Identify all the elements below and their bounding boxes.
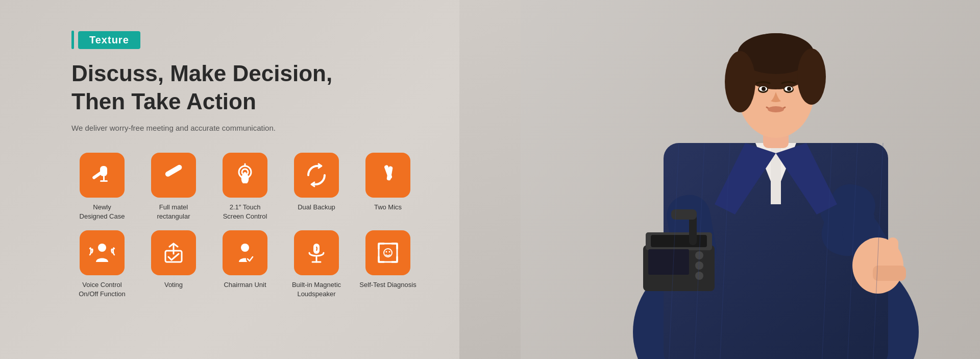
subtext: We deliver worry-free meeting and accura…: [71, 123, 419, 134]
headline-line1: Discuss, Make Decision,: [71, 61, 332, 86]
dual-backup-label: Dual Backup: [298, 203, 335, 212]
svg-point-13: [241, 244, 249, 252]
headline: Discuss, Make Decision, Then Take Action: [71, 59, 419, 115]
svg-rect-2: [103, 176, 105, 180]
dual-backup-icon-box: [294, 153, 339, 198]
full-matel-label: Full matelrectangular: [157, 203, 190, 221]
svg-rect-44: [887, 237, 898, 268]
chairman-icon: [232, 240, 258, 266]
voting-label: Voting: [164, 280, 183, 290]
speaker-icon: [303, 240, 330, 266]
right-image-area: [459, 0, 980, 359]
texture-badge-wrap: Texture: [71, 31, 419, 49]
voice-control-label: Voice ControlOn/Off Function: [79, 280, 126, 299]
svg-rect-49: [651, 235, 707, 247]
svg-rect-52: [648, 249, 689, 275]
svg-rect-7: [243, 172, 247, 178]
newly-designed-case-icon-box: [80, 153, 125, 198]
self-test-icon-box: [365, 230, 410, 275]
self-test-label: Self-Test Diagnosis: [359, 280, 416, 290]
feature-loudspeaker: Built-in MagneticLoudspeaker: [286, 230, 347, 299]
two-mics-icon-box: [365, 153, 410, 198]
voice-icon: [89, 240, 115, 266]
voting-icon-box: [151, 230, 196, 275]
svg-point-55: [695, 272, 703, 280]
headline-line2: Then Take Action: [71, 89, 256, 114]
svg-rect-3: [100, 180, 108, 182]
features-grid: NewlyDesigned Case Full matelrectangular: [71, 153, 419, 299]
voting-icon: [160, 240, 187, 266]
feature-voice-control: Voice ControlOn/Off Function: [71, 230, 133, 299]
person-area: [459, 0, 980, 359]
svg-rect-51: [671, 209, 697, 220]
page-wrapper: Texture Discuss, Make Decision, Then Tak…: [0, 0, 980, 359]
person-illustration: [521, 0, 980, 359]
touch-screen-icon-box: [223, 153, 267, 198]
feature-two-mics: Two Mics: [357, 153, 419, 221]
voice-control-icon-box: [80, 230, 125, 275]
loudspeaker-label: Built-in MagneticLoudspeaker: [292, 280, 341, 299]
svg-point-31: [725, 51, 755, 112]
touch-screen-label: 2.1″ TouchScreen Control: [223, 203, 267, 221]
loudspeaker-icon-box: [294, 230, 339, 275]
feature-touch-screen: 2.1″ TouchScreen Control: [214, 153, 276, 221]
svg-point-32: [797, 49, 826, 105]
chairman-unit-icon-box: [223, 230, 267, 275]
svg-point-20: [386, 251, 387, 252]
svg-point-54: [695, 261, 703, 270]
svg-point-39: [768, 106, 784, 112]
svg-point-10: [98, 244, 106, 252]
svg-rect-18: [379, 244, 397, 262]
feature-self-test: Self-Test Diagnosis: [357, 230, 419, 299]
feature-dual-backup: Dual Backup: [286, 153, 347, 221]
svg-rect-45: [873, 266, 906, 281]
left-content: Texture Discuss, Make Decision, Then Tak…: [0, 0, 459, 359]
feature-full-matel: Full matelrectangular: [143, 153, 204, 221]
feature-voting: Voting: [143, 230, 204, 299]
case-icon: [89, 162, 115, 188]
backup-icon: [303, 162, 330, 188]
touch-icon: [232, 162, 258, 188]
svg-rect-4: [164, 164, 183, 178]
two-mics-label: Two Mics: [374, 203, 402, 212]
texture-bar: [71, 31, 74, 49]
chairman-unit-label: Chairman Unit: [224, 280, 266, 290]
svg-point-21: [389, 251, 390, 252]
rectangular-icon: [160, 162, 187, 188]
svg-rect-1: [100, 166, 107, 176]
texture-badge: Texture: [78, 31, 140, 49]
mics-icon: [375, 162, 401, 188]
feature-chairman-unit: Chairman Unit: [214, 230, 276, 299]
selftest-icon: [375, 240, 401, 266]
feature-newly-designed-case: NewlyDesigned Case: [71, 153, 133, 221]
svg-point-37: [762, 87, 766, 91]
full-matel-icon-box: [151, 153, 196, 198]
newly-designed-case-label: NewlyDesigned Case: [80, 203, 125, 221]
svg-point-38: [787, 87, 791, 91]
